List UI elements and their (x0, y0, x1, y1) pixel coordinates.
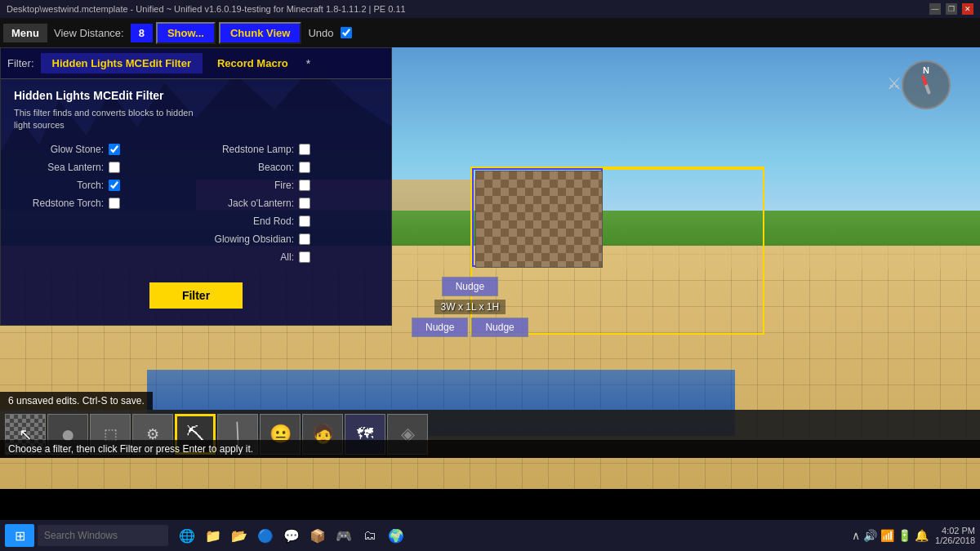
undo-checkbox[interactable] (341, 27, 352, 38)
filter-row-endrod: End Rod: (204, 216, 378, 227)
filter-row-glowingobsidian: Glowing Obsidian: (204, 233, 378, 245)
fire-label: Fire: (204, 180, 294, 191)
filter-right-col: Redstone Lamp: Beacon: Fire: Jack o'Lant… (204, 144, 378, 269)
all-checkbox[interactable] (299, 251, 310, 263)
bottom-hint-bar: Choose a filter, then click Filter or pr… (0, 440, 980, 458)
taskbar-apps: 🌐 📁 📂 🔵 💬 📦 🎮 🗂 🌍 (176, 525, 407, 546)
glowingobsidian-checkbox[interactable] (299, 233, 310, 245)
filter-tabs: Filter: Hidden Lights MCEdit Filter Reco… (1, 48, 391, 79)
jackolantern-checkbox[interactable] (299, 198, 310, 209)
filter-row-redstonetorch: Redstone Torch: (14, 198, 188, 209)
compass-needle (921, 75, 931, 95)
chunk-view-button[interactable]: Chunk View (219, 22, 301, 44)
title-bar: Desktop\westwind.mctemplate - Unified ~ … (0, 0, 980, 18)
filter-apply-button[interactable]: Filter (149, 282, 243, 309)
filter-tab-record-macro[interactable]: Record Macro (206, 53, 300, 73)
network-icon[interactable]: 📶 (880, 529, 894, 542)
main-area: N ⚔ Filter: Hidden Lights MCEdit Filter … (0, 47, 980, 489)
nudge-up-button[interactable]: Nudge (442, 277, 498, 296)
torch-checkbox[interactable] (109, 180, 120, 191)
windows-icon: ⊞ (15, 528, 25, 544)
nudge-lr-row: Nudge Nudge (412, 318, 528, 337)
glowstone-checkbox[interactable] (109, 144, 120, 155)
blocks-area (475, 171, 603, 268)
date-display: 1/26/2018 (935, 535, 975, 545)
search-input[interactable] (38, 525, 168, 546)
view-distance-value: 8 (131, 24, 153, 42)
filter-row-torch: Torch: (14, 180, 188, 191)
beacon-checkbox[interactable] (299, 162, 310, 173)
redstonelamp-label: Redstone Lamp: (204, 144, 294, 155)
minimize-button[interactable]: — (929, 3, 941, 15)
restore-button[interactable]: ❐ (946, 3, 957, 15)
battery-icon[interactable]: 🔋 (898, 529, 911, 542)
filter-description: This filter finds and converts blocks to… (14, 107, 378, 132)
taskbar-files-icon[interactable]: 🗂 (359, 525, 381, 546)
torch-label: Torch: (14, 180, 104, 191)
taskbar: ⊞ 🌐 📁 📂 🔵 💬 📦 🎮 🗂 🌍 ∧ 🔊 📶 🔋 🔔 4:02 PM 1/… (0, 520, 980, 551)
nudge-size-display: 3W x 1L x 1H (434, 300, 506, 314)
view-distance-label: View Distance: (51, 27, 127, 39)
glowstone-label: Glow Stone: (14, 144, 104, 155)
filter-row-fire: Fire: (204, 180, 378, 191)
redstonetorch-label: Redstone Torch: (14, 198, 104, 209)
filter-left-col: Glow Stone: Sea Lantern: Torch: Redstone… (14, 144, 188, 269)
nudge-left-button[interactable]: Nudge (412, 318, 468, 337)
taskbar-globe-icon[interactable]: 🌍 (385, 525, 407, 546)
compass-north-label: N (923, 65, 929, 75)
taskbar-browser-icon[interactable]: 🌐 (176, 525, 198, 546)
sealantern-label: Sea Lantern: (14, 162, 104, 173)
taskbar-folder-icon[interactable]: 📂 (229, 525, 250, 546)
filter-close-button[interactable]: * (306, 57, 310, 70)
redstonelamp-checkbox[interactable] (299, 144, 310, 155)
filter-panel: Filter: Hidden Lights MCEdit Filter Reco… (0, 47, 392, 326)
fire-checkbox[interactable] (299, 180, 310, 191)
window-title: Desktop\westwind.mctemplate - Unified ~ … (7, 4, 406, 14)
taskbar-explorer-icon[interactable]: 📁 (203, 525, 224, 546)
unsaved-edits-bar: 6 unsaved edits. Ctrl-S to save. (0, 392, 153, 410)
menu-button[interactable]: Menu (3, 24, 47, 42)
chevron-up-icon[interactable]: ∧ (852, 529, 860, 542)
taskbar-blue-icon[interactable]: 🔵 (255, 525, 276, 546)
glowingobsidian-label: Glowing Obsidian: (204, 233, 294, 245)
show-button[interactable]: Show... (156, 22, 216, 44)
notification-icon[interactable]: 🔔 (915, 529, 929, 542)
beacon-label: Beacon: (204, 162, 294, 173)
redstonetorch-checkbox[interactable] (109, 198, 120, 209)
time-display: 4:02 PM (935, 526, 975, 535)
filter-row-sealantern: Sea Lantern: (14, 162, 188, 173)
nudge-right-button[interactable]: Nudge (471, 318, 528, 337)
menu-bar: Menu View Distance: 8 Show... Chunk View… (0, 18, 980, 47)
endrod-label: End Rod: (204, 216, 294, 227)
filter-row-jackolantern: Jack o'Lantern: (204, 198, 378, 209)
sealantern-checkbox[interactable] (109, 162, 120, 173)
filter-tab-hidden-lights[interactable]: Hidden Lights MCEdit Filter (41, 53, 203, 73)
endrod-checkbox[interactable] (299, 216, 310, 227)
mc-icon-topright: ⚔ (887, 73, 902, 93)
all-label: All: (204, 251, 294, 263)
filter-content: Hidden Lights MCEdit Filter This filter … (1, 79, 391, 325)
filter-columns: Glow Stone: Sea Lantern: Torch: Redstone… (14, 144, 378, 269)
filter-label: Filter: (7, 57, 34, 69)
taskbar-clock[interactable]: 4:02 PM 1/26/2018 (935, 526, 975, 545)
start-button[interactable]: ⊞ (5, 524, 34, 547)
taskbar-chat-icon[interactable]: 💬 (281, 525, 302, 546)
taskbar-package-icon[interactable]: 📦 (307, 525, 328, 546)
undo-label: Undo (305, 27, 336, 39)
filter-row-all: All: (204, 251, 378, 263)
jackolantern-label: Jack o'Lantern: (204, 198, 294, 209)
taskbar-game-icon[interactable]: 🎮 (333, 525, 354, 546)
close-button[interactable]: ✕ (962, 3, 973, 15)
sys-tray-icons: ∧ 🔊 📶 🔋 🔔 (852, 529, 929, 542)
filter-button-row: Filter (14, 282, 378, 309)
filter-title: Hidden Lights MCEdit Filter (14, 89, 378, 102)
filter-row-redstonelamp: Redstone Lamp: (204, 144, 378, 155)
window-controls: — ❐ ✕ (929, 3, 973, 15)
filter-row-beacon: Beacon: (204, 162, 378, 173)
filter-row-glowstone: Glow Stone: (14, 144, 188, 155)
hint-text: Choose a filter, then click Filter or pr… (8, 443, 253, 455)
taskbar-right: ∧ 🔊 📶 🔋 🔔 4:02 PM 1/26/2018 (852, 526, 975, 545)
volume-icon[interactable]: 🔊 (863, 529, 877, 542)
compass: N (902, 60, 951, 109)
nudge-area: Nudge 3W x 1L x 1H Nudge Nudge (412, 277, 528, 337)
